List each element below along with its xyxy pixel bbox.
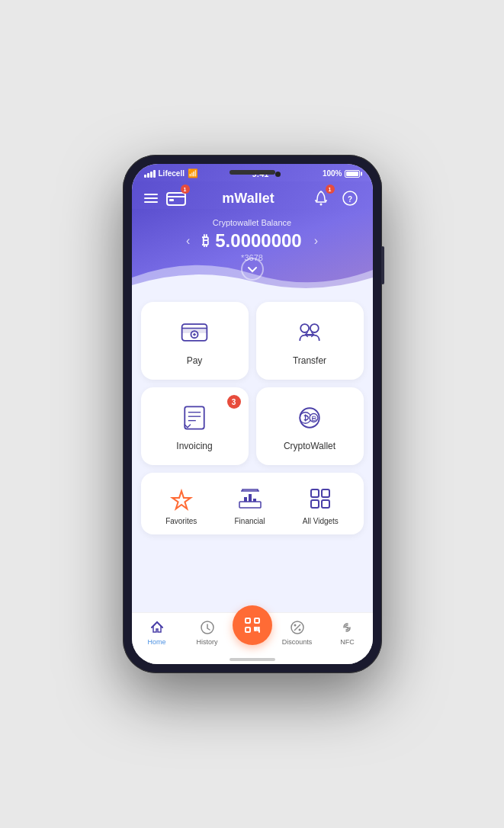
scan-button[interactable] (233, 605, 272, 645)
wave-decoration (132, 255, 373, 293)
scan-icon (243, 616, 262, 634)
all-vidgets-icon (307, 485, 334, 512)
battery-percent: 100% (323, 169, 342, 178)
nav-history[interactable]: History (182, 619, 233, 646)
app-title: mWallet (187, 191, 310, 207)
financial-label: Financial (235, 517, 265, 525)
discounts-nav-icon (289, 619, 306, 636)
svg-rect-32 (246, 618, 250, 623)
svg-point-10 (300, 324, 309, 332)
svg-point-3 (319, 204, 322, 206)
home-indicator (132, 655, 373, 664)
pay-icon (178, 316, 211, 349)
menu-button[interactable] (144, 194, 158, 203)
cryptowallet-icon (293, 401, 326, 435)
status-bar: Lifecell 📶 9:41 100% (132, 164, 373, 181)
clock: 9:41 (252, 169, 268, 178)
pay-label: Pay (187, 355, 203, 366)
svg-rect-24 (244, 497, 247, 502)
nav-nfc[interactable]: NFC (323, 619, 373, 646)
invoicing-card[interactable]: 3 Invoicing (141, 387, 249, 465)
history-nav-label: History (196, 638, 217, 646)
balance-amount: 5.0000000 (215, 230, 301, 252)
favorites-widget[interactable]: Favorites (165, 485, 197, 525)
svg-text:?: ? (347, 195, 352, 204)
svg-point-11 (310, 324, 319, 332)
nfc-nav-label: NFC (340, 638, 355, 646)
main-content: Pay Transfer (132, 293, 373, 612)
card-badge: 1 (181, 185, 190, 194)
status-right: 100% (323, 169, 361, 178)
svg-rect-34 (246, 627, 250, 632)
phone-frame: Lifecell 📶 9:41 100% (123, 155, 382, 673)
action-grid: Pay Transfer (141, 302, 364, 465)
help-icon: ? (342, 190, 358, 207)
favorites-icon (168, 485, 195, 512)
transfer-label: Transfer (293, 355, 326, 366)
carrier-name: Lifecell (159, 169, 185, 178)
svg-rect-30 (322, 500, 329, 508)
history-nav-icon (199, 619, 216, 636)
transfer-card[interactable]: Transfer (256, 302, 364, 380)
balance-prev-arrow[interactable]: ‹ (180, 234, 196, 248)
cryptowallet-label: CryptoWallet (284, 441, 335, 451)
invoicing-label: Invoicing (176, 441, 212, 451)
financial-widget[interactable]: Financial (235, 485, 265, 525)
svg-rect-23 (239, 502, 261, 508)
svg-point-38 (298, 629, 300, 631)
wifi-icon: 📶 (188, 168, 198, 178)
invoicing-icon (178, 401, 211, 435)
svg-rect-13 (185, 406, 204, 428)
header-left: 1 (144, 188, 187, 209)
home-nav-label: Home (147, 638, 165, 646)
svg-rect-26 (253, 499, 256, 502)
financial-icon (236, 485, 264, 512)
phone-screen: Lifecell 📶 9:41 100% (132, 164, 373, 664)
all-vidgets-label: All Vidgets (303, 517, 339, 525)
header-right: 1 ? (310, 188, 361, 209)
nav-discounts[interactable]: Discounts (272, 619, 323, 646)
home-nav-icon (149, 619, 165, 636)
widgets-section: Favorites Financial (141, 473, 364, 534)
invoicing-badge: 3 (227, 395, 241, 409)
transfer-icon (293, 316, 326, 349)
svg-rect-25 (249, 494, 252, 502)
home-indicator-bar (230, 658, 275, 661)
svg-rect-28 (322, 489, 329, 497)
svg-rect-33 (255, 618, 259, 623)
notification-button[interactable]: 1 (310, 188, 332, 209)
help-button[interactable]: ? (339, 188, 361, 209)
favorites-label: Favorites (165, 517, 197, 525)
balance-next-arrow[interactable]: › (308, 234, 324, 248)
signal-icon (144, 170, 156, 178)
svg-rect-29 (311, 500, 319, 508)
side-button (381, 246, 384, 284)
notification-badge: 1 (326, 185, 335, 194)
app-header: 1 mWallet 1 ? (132, 181, 373, 209)
status-left: Lifecell 📶 (144, 168, 198, 178)
battery-icon (345, 170, 360, 178)
nfc-nav-icon (339, 619, 356, 636)
balance-row: ‹ ₿ 5.0000000 › (144, 230, 361, 252)
cryptowallet-card[interactable]: CryptoWallet (256, 387, 364, 465)
balance-label: Cryptowallet Balance (144, 218, 361, 227)
balance-currency: ₿ (202, 233, 209, 249)
nav-home[interactable]: Home (132, 619, 182, 646)
pay-card[interactable]: Pay (141, 302, 249, 380)
all-vidgets-widget[interactable]: All Vidgets (303, 485, 339, 525)
svg-rect-0 (167, 193, 185, 205)
svg-rect-2 (169, 199, 174, 201)
svg-point-37 (294, 624, 296, 627)
bottom-nav: Home History (132, 612, 373, 655)
balance-section: Cryptowallet Balance ‹ ₿ 5.0000000 › *36… (132, 209, 373, 293)
discounts-nav-label: Discounts (282, 638, 313, 646)
svg-rect-27 (311, 489, 319, 497)
card-button[interactable]: 1 (165, 188, 187, 209)
